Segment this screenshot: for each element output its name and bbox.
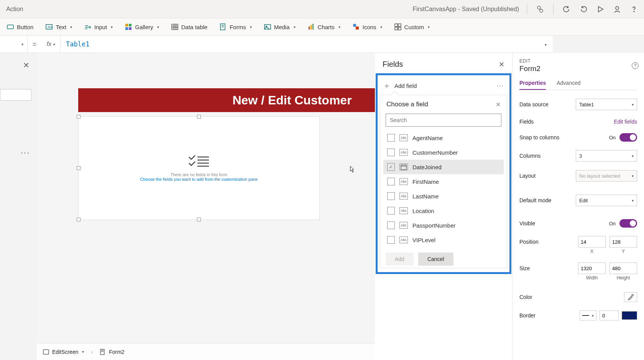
ribbon-forms[interactable]: Forms▾ xyxy=(217,22,254,32)
tab-properties[interactable]: Properties xyxy=(519,80,546,90)
svg-point-30 xyxy=(353,24,356,27)
color-picker-button[interactable] xyxy=(624,292,637,302)
size-height-input[interactable] xyxy=(610,263,637,274)
field-item-passportnumber[interactable]: AbcPassportNumber xyxy=(383,218,504,233)
fields-panel-close-icon[interactable]: ✕ xyxy=(499,60,504,69)
field-checkbox[interactable] xyxy=(387,236,395,244)
add-field-row[interactable]: ＋ Add field ··· xyxy=(380,77,507,95)
field-item-datejoined[interactable]: ✓DateJoined xyxy=(383,160,504,174)
field-list: AbcAgentNameAbcCustomerNumber✓DateJoined… xyxy=(380,130,507,247)
breadcrumb-editscreen[interactable]: EditScreen ▾ xyxy=(43,349,84,355)
visible-toggle[interactable] xyxy=(619,219,637,228)
snap-value: On xyxy=(609,135,616,140)
field-checkbox[interactable] xyxy=(387,221,395,229)
user-icon[interactable] xyxy=(613,5,621,13)
field-checkbox[interactable]: ✓ xyxy=(387,163,395,171)
titlebar-actions xyxy=(527,4,638,15)
field-item-label: AgentName xyxy=(412,135,443,141)
position-y-input[interactable] xyxy=(610,236,637,248)
empty-form-icon xyxy=(188,155,210,168)
ribbon-text[interactable]: Abc Text▾ xyxy=(43,22,74,32)
action-menu[interactable]: Action xyxy=(6,6,23,13)
form-body[interactable]: There are no fields in this form Choose … xyxy=(78,116,320,220)
left-panel-more-icon[interactable]: ··· xyxy=(21,148,30,158)
ribbon-gallery[interactable]: Gallery▾ xyxy=(123,22,161,32)
border-style-select[interactable]: ▾ xyxy=(580,310,596,320)
field-item-label: PassportNumber xyxy=(412,222,456,229)
help-icon[interactable] xyxy=(630,5,638,13)
height-sublabel: Height xyxy=(610,275,637,281)
field-checkbox[interactable] xyxy=(387,192,395,200)
text-type-icon: Abc xyxy=(399,149,408,156)
field-item-lastname[interactable]: AbcLastName xyxy=(383,189,504,203)
choose-field-popup: Choose a field ✕ AbcAgentNameAbcCustomer… xyxy=(380,95,507,268)
ribbon-icons[interactable]: Icons▾ xyxy=(350,22,384,32)
x-sublabel: X xyxy=(578,249,606,254)
ribbon-charts[interactable]: Charts▾ xyxy=(306,22,343,32)
svg-rect-45 xyxy=(43,350,49,354)
field-checkbox[interactable] xyxy=(387,149,395,156)
ribbon-custom[interactable]: Custom▾ xyxy=(392,22,432,32)
diagnostics-icon[interactable] xyxy=(536,5,544,13)
breadcrumb-form[interactable]: Form2 xyxy=(100,349,124,355)
border-width-input[interactable] xyxy=(600,310,619,320)
default-mode-select[interactable]: Edit▾ xyxy=(576,195,637,206)
tab-advanced[interactable]: Advanced xyxy=(557,80,580,90)
shapes-icon xyxy=(353,23,360,30)
panel-help-icon[interactable]: ? xyxy=(632,62,639,69)
title-bar: Action FirstCanvasApp - Saved (Unpublish… xyxy=(0,0,644,18)
choose-field-close-icon[interactable]: ✕ xyxy=(496,101,501,108)
left-panel-close-icon[interactable]: ✕ xyxy=(23,61,30,70)
formula-input[interactable]: Table1 xyxy=(61,40,537,48)
table-icon xyxy=(171,23,178,30)
ribbon-input[interactable]: Input▾ xyxy=(82,22,115,32)
edit-fields-link[interactable]: Edit fields xyxy=(614,119,637,125)
border-color-swatch[interactable] xyxy=(622,311,637,320)
field-item-agentname[interactable]: AbcAgentName xyxy=(383,130,504,145)
svg-rect-6 xyxy=(7,25,13,29)
svg-rect-29 xyxy=(312,24,314,30)
position-x-input[interactable] xyxy=(578,236,606,248)
field-item-label: FirstName xyxy=(412,178,439,185)
redo-icon[interactable] xyxy=(580,5,587,13)
field-item-label: DateJoined xyxy=(412,164,442,170)
app-title: FirstCanvasApp - Saved (Unpublished) xyxy=(23,6,527,13)
add-button[interactable]: Add xyxy=(386,253,414,266)
svg-rect-25 xyxy=(264,25,271,29)
field-item-label: CustomerNumber xyxy=(412,149,458,156)
data-source-select[interactable]: Table1▾ xyxy=(576,99,637,110)
fx-label[interactable]: fx▾ xyxy=(41,36,61,53)
snap-toggle[interactable] xyxy=(619,133,637,142)
text-type-icon: Abc xyxy=(399,178,408,185)
text-icon: Abc xyxy=(46,23,53,30)
text-type-icon: Abc xyxy=(399,236,408,243)
ribbon-datatable[interactable]: Data table xyxy=(169,22,210,32)
screen-icon xyxy=(43,349,49,355)
add-field-more-icon[interactable]: ··· xyxy=(497,83,504,89)
left-panel-input[interactable] xyxy=(0,89,31,101)
field-checkbox[interactable] xyxy=(387,207,395,215)
ribbon-button[interactable]: Button xyxy=(5,22,36,32)
snap-label: Snap to columns xyxy=(519,134,559,140)
formula-expand[interactable]: ▾ xyxy=(537,41,553,48)
field-item-location[interactable]: AbcLocation xyxy=(383,203,504,218)
text-type-icon: Abc xyxy=(399,207,408,214)
size-width-input[interactable] xyxy=(578,263,606,274)
field-checkbox[interactable] xyxy=(387,134,395,142)
svg-rect-40 xyxy=(401,165,406,170)
columns-select[interactable]: 3▾ xyxy=(576,150,637,162)
cancel-button[interactable]: Cancel xyxy=(418,253,453,266)
field-item-customernumber[interactable]: AbcCustomerNumber xyxy=(383,145,504,160)
ribbon-media[interactable]: Media▾ xyxy=(262,22,298,32)
layout-select[interactable]: No layout selected▾ xyxy=(576,170,637,182)
field-item-firstname[interactable]: AbcFirstName xyxy=(383,174,504,189)
button-icon xyxy=(7,23,14,30)
undo-icon[interactable] xyxy=(563,5,570,13)
property-selector[interactable]: ▾ xyxy=(0,36,28,53)
play-icon[interactable] xyxy=(596,5,604,13)
field-item-viplevel[interactable]: AbcVIPLevel xyxy=(383,233,504,247)
form-icon xyxy=(220,23,227,30)
field-checkbox[interactable] xyxy=(387,178,395,185)
field-search-input[interactable] xyxy=(386,114,501,127)
svg-rect-28 xyxy=(310,25,312,30)
